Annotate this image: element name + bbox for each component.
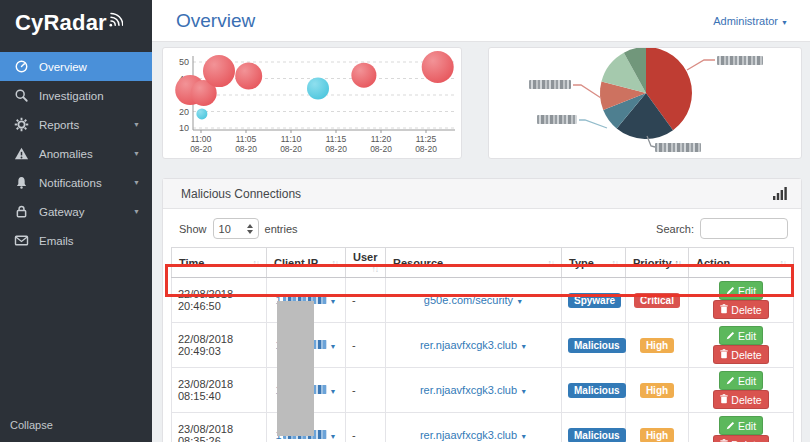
sidebar-item-notifications[interactable]: Notifications▼ — [0, 168, 152, 197]
gauge-icon — [13, 59, 29, 75]
svg-text:50: 50 — [179, 57, 189, 67]
column-header-resource[interactable]: Resource↑↓ — [386, 248, 562, 278]
chevron-down-icon: ▼ — [520, 433, 527, 440]
sidebar-item-reports[interactable]: Reports▼ — [0, 110, 152, 139]
priority-badge: High — [640, 383, 674, 398]
entries-label: entries — [265, 223, 298, 235]
user-menu[interactable]: Administrator ▼ — [713, 15, 788, 27]
resource-link[interactable]: rer.njaavfxcgk3.club — [420, 384, 520, 396]
search-label: Search: — [656, 223, 694, 235]
resource-link[interactable]: rer.njaavfxcgk3.club — [420, 429, 520, 441]
cell-type: Malicious — [562, 413, 626, 442]
cell-action: EditDelete — [689, 368, 794, 413]
delete-button[interactable]: Delete — [713, 300, 768, 319]
type-badge: Malicious — [568, 383, 626, 398]
sidebar-item-label: Notifications — [39, 177, 102, 189]
trash-icon — [720, 439, 728, 442]
svg-text:11:25: 11:25 — [416, 134, 437, 144]
sidebar-item-label: Reports — [39, 119, 79, 131]
column-header-time[interactable]: Time↑↓ — [172, 248, 267, 278]
edit-button[interactable]: Edit — [719, 281, 763, 300]
cell-resource: rer.njaavfxcgk3.club ▼ — [386, 368, 562, 413]
sort-icon: ↑↓ — [332, 258, 339, 268]
panel-header: Malicious Connections — [163, 179, 801, 209]
sidebar-item-emails[interactable]: Emails — [0, 226, 152, 255]
edit-button[interactable]: Edit — [719, 326, 763, 345]
table-row: 23/08/2018 08:15:401▼-rer.njaavfxcgk3.cl… — [172, 368, 794, 413]
table-row: 22/08/2018 20:49:031▼-rer.njaavfxcgk3.cl… — [172, 323, 794, 368]
spinner-arrows-icon — [247, 224, 253, 234]
connections-table: Time↑↓Client IP↑↓User↑↓Resource↑↓Type↑↓P… — [171, 247, 794, 442]
cell-user: - — [346, 323, 386, 368]
chevron-down-icon: ▼ — [520, 343, 527, 350]
pencil-icon — [726, 420, 735, 432]
chevron-down-icon: ▼ — [330, 388, 337, 395]
app-logo-text: CyRadar — [15, 10, 107, 36]
chevron-down-icon: ▼ — [330, 343, 337, 350]
delete-button[interactable]: Delete — [713, 435, 768, 442]
lock-icon — [13, 204, 29, 220]
cell-time: 22/08/2018 20:46:50 — [172, 278, 267, 323]
sidebar-item-label: Gateway — [39, 206, 84, 218]
search-input[interactable] — [700, 218, 788, 239]
sort-icon: ↑↓ — [612, 258, 619, 268]
warning-icon — [13, 146, 29, 162]
page-length-select[interactable]: 10 — [213, 218, 259, 239]
sidebar-item-gateway[interactable]: Gateway▼ — [0, 197, 152, 226]
column-header-client-ip[interactable]: Client IP↑↓ — [267, 248, 346, 278]
table-row: 23/08/2018 08:35:261▼-rer.njaavfxcgk3.cl… — [172, 413, 794, 442]
edit-button[interactable]: Edit — [719, 371, 763, 390]
cell-time: 22/08/2018 20:49:03 — [172, 323, 267, 368]
malicious-connections-panel: Malicious Connections Show 10 entries Se… — [162, 178, 802, 442]
delete-button[interactable]: Delete — [713, 390, 768, 409]
column-header-user[interactable]: User↑↓ — [346, 248, 386, 278]
resource-link[interactable]: rer.njaavfxcgk3.club — [420, 339, 520, 351]
cell-resource: rer.njaavfxcgk3.club ▼ — [386, 413, 562, 442]
pencil-icon — [726, 330, 735, 342]
show-label: Show — [179, 223, 207, 235]
delete-button[interactable]: Delete — [713, 345, 768, 364]
trash-icon — [720, 349, 728, 361]
chevron-down-icon: ▼ — [133, 121, 140, 128]
panel-title: Malicious Connections — [181, 187, 301, 201]
priority-badge: High — [640, 338, 674, 353]
cell-priority: High — [626, 368, 689, 413]
radar-waves-icon — [108, 12, 123, 27]
pie-label-redacted — [655, 143, 701, 152]
gear-icon — [13, 117, 29, 133]
cell-action: EditDelete — [689, 278, 794, 323]
pie-label-redacted — [717, 56, 763, 65]
svg-text:11:00: 11:00 — [191, 134, 212, 144]
search-control: Search: — [656, 218, 788, 239]
sort-icon: ↑↓ — [780, 258, 787, 268]
type-badge: Malicious — [568, 338, 626, 353]
column-header-type[interactable]: Type↑↓ — [562, 248, 626, 278]
bell-icon — [13, 175, 29, 191]
sidebar-item-label: Overview — [39, 61, 87, 73]
resource-link[interactable]: g50e.com/security — [424, 294, 516, 306]
column-header-priority[interactable]: Priority↑↓ — [626, 248, 689, 278]
sidebar: CyRadar OverviewInvestigationReports▼Ano… — [0, 0, 152, 442]
table-controls: Show 10 entries Search: — [163, 209, 801, 247]
pencil-icon — [726, 375, 735, 387]
chevron-down-icon: ▼ — [133, 150, 140, 157]
column-header-action[interactable]: Action↑↓ — [689, 248, 794, 278]
edit-button[interactable]: Edit — [719, 416, 763, 435]
sidebar-item-label: Investigation — [39, 90, 104, 102]
sidebar-item-overview[interactable]: Overview — [0, 52, 152, 81]
sidebar-item-anomalies[interactable]: Anomalies▼ — [0, 139, 152, 168]
sidebar-collapse[interactable]: Collapse — [10, 419, 53, 431]
cell-type: Malicious — [562, 323, 626, 368]
sidebar-item-investigation[interactable]: Investigation — [0, 81, 152, 110]
cell-priority: High — [626, 323, 689, 368]
sort-icon: ↑↓ — [675, 258, 682, 268]
cell-user: - — [346, 278, 386, 323]
svg-text:11:15: 11:15 — [326, 134, 347, 144]
sort-icon: ↑↓ — [548, 258, 555, 268]
svg-text:08-20: 08-20 — [280, 144, 302, 154]
cell-priority: High — [626, 413, 689, 442]
app-logo[interactable]: CyRadar — [0, 0, 152, 46]
cell-type: Malicious — [562, 368, 626, 413]
priority-badge: High — [640, 428, 674, 442]
priority-badge: Critical — [634, 293, 680, 308]
